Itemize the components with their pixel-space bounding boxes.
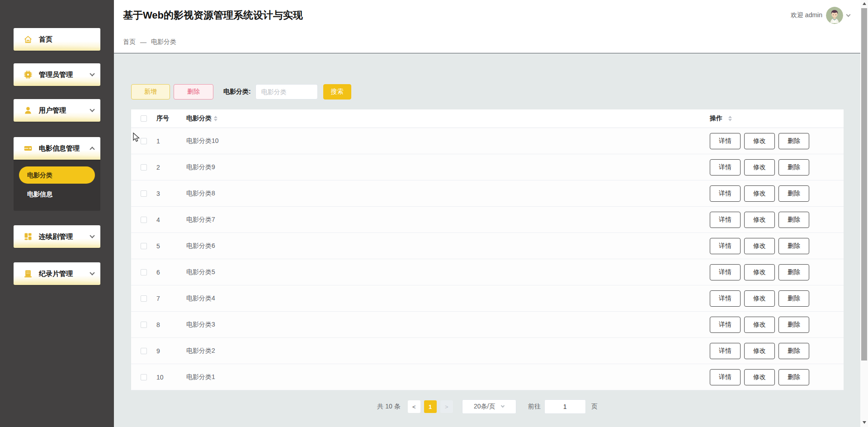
user-menu[interactable]: 欢迎 admin <box>791 7 850 24</box>
movie-icon <box>24 144 33 153</box>
table-row: 10 电影分类1 详情 修改 删除 <box>131 364 844 390</box>
row-checkbox[interactable] <box>141 164 147 171</box>
table: 序号 电影分类 操作 1 电影分类10 详情 修改 删除 2 电影分类9 详情 … <box>131 109 844 390</box>
table-row: 4 电影分类7 详情 修改 删除 <box>131 207 844 233</box>
movie-submenu: 电影分类 电影信息 <box>14 160 100 211</box>
delete-button[interactable]: 删除 <box>778 133 809 149</box>
delete-button[interactable]: 删除 <box>778 185 809 202</box>
submenu-item-movie-category[interactable]: 电影分类 <box>19 166 95 184</box>
delete-button[interactable]: 删除 <box>778 317 809 333</box>
detail-button[interactable]: 详情 <box>710 317 741 333</box>
chevron-down-icon[interactable] <box>846 12 851 17</box>
edit-button[interactable]: 修改 <box>744 290 775 307</box>
detail-button[interactable]: 详情 <box>710 133 741 149</box>
row-checkbox[interactable] <box>141 190 147 197</box>
select-all-checkbox[interactable] <box>141 115 147 122</box>
detail-button[interactable]: 详情 <box>710 238 741 254</box>
row-checkbox[interactable] <box>141 348 147 354</box>
topbar: 基于Web的影视资源管理系统设计与实现 欢迎 admin <box>114 0 868 31</box>
detail-button[interactable]: 详情 <box>710 212 741 228</box>
pagination: 共 10 条 < 1 > 20条/页 前往 页 <box>131 399 844 414</box>
delete-button[interactable]: 删除 <box>778 290 809 307</box>
goto-page-input[interactable] <box>544 399 586 414</box>
row-index: 3 <box>156 190 186 197</box>
add-button[interactable]: 新增 <box>131 84 170 100</box>
row-index: 4 <box>156 216 186 223</box>
sidebar-item-label: 纪录片管理 <box>39 270 90 278</box>
scrollbar-thumb[interactable] <box>861 8 867 361</box>
search-button[interactable]: 搜索 <box>323 84 351 100</box>
row-checkbox[interactable] <box>141 243 147 249</box>
row-checkbox[interactable] <box>141 269 147 275</box>
detail-button[interactable]: 详情 <box>710 369 741 385</box>
page-number-button[interactable]: 1 <box>424 400 437 413</box>
sidebar-item-documentary-management[interactable]: 纪录片管理 <box>14 262 100 285</box>
breadcrumb-home[interactable]: 首页 <box>123 38 136 46</box>
documentary-icon <box>24 269 33 278</box>
sidebar-item-admin-management[interactable]: 管理员管理 <box>14 63 100 86</box>
chevron-down-icon <box>90 233 94 238</box>
next-page-button[interactable]: > <box>440 400 453 413</box>
prev-page-button[interactable]: < <box>408 400 420 413</box>
series-icon <box>24 232 33 241</box>
table-row: 5 电影分类6 详情 修改 删除 <box>131 233 844 259</box>
search-label: 电影分类: <box>223 88 251 96</box>
breadcrumb-separator: — <box>140 38 146 46</box>
search-input[interactable] <box>255 84 318 100</box>
page: 首页 管理员管理 用户管理 电 <box>0 0 868 427</box>
row-checkbox[interactable] <box>141 295 147 302</box>
row-category: 电影分类9 <box>186 163 710 171</box>
sidebar-item-series-management[interactable]: 连续剧管理 <box>14 225 100 248</box>
user-icon <box>24 106 33 115</box>
edit-button[interactable]: 修改 <box>744 238 775 254</box>
row-checkbox[interactable] <box>141 138 147 144</box>
sidebar-item-user-management[interactable]: 用户管理 <box>14 99 100 122</box>
delete-button[interactable]: 删除 <box>778 369 809 385</box>
sidebar-item-movie-info-management[interactable]: 电影信息管理 <box>14 137 100 160</box>
edit-button[interactable]: 修改 <box>744 185 775 202</box>
detail-button[interactable]: 详情 <box>710 343 741 359</box>
delete-button[interactable]: 删除 <box>778 264 809 280</box>
edit-button[interactable]: 修改 <box>744 264 775 280</box>
edit-button[interactable]: 修改 <box>744 212 775 228</box>
page-title: 基于Web的影视资源管理系统设计与实现 <box>123 9 791 22</box>
submenu-item-movie-info[interactable]: 电影信息 <box>19 185 95 203</box>
row-checkbox[interactable] <box>141 374 147 380</box>
sort-icon[interactable] <box>214 116 217 121</box>
table-row: 3 电影分类8 详情 修改 删除 <box>131 180 844 207</box>
delete-button[interactable]: 删除 <box>778 238 809 254</box>
sidebar-item-label: 首页 <box>39 35 94 44</box>
detail-button[interactable]: 详情 <box>710 290 741 307</box>
delete-button[interactable]: 删除 <box>778 343 809 359</box>
sidebar-item-home[interactable]: 首页 <box>14 28 100 51</box>
pagination-total: 共 10 条 <box>377 403 400 411</box>
row-checkbox[interactable] <box>141 217 147 223</box>
detail-button[interactable]: 详情 <box>710 185 741 202</box>
avatar[interactable] <box>826 7 843 24</box>
vertical-scrollbar[interactable] <box>860 0 868 427</box>
welcome-text: 欢迎 admin <box>791 11 822 19</box>
sort-icon[interactable] <box>728 116 732 121</box>
edit-button[interactable]: 修改 <box>744 343 775 359</box>
page-size-select[interactable]: 20条/页 <box>462 399 516 414</box>
row-checkbox[interactable] <box>141 322 147 328</box>
column-header-actions[interactable]: 操作 <box>710 114 844 123</box>
detail-button[interactable]: 详情 <box>710 264 741 280</box>
edit-button[interactable]: 修改 <box>744 159 775 176</box>
edit-button[interactable]: 修改 <box>744 133 775 149</box>
breadcrumb-current: 电影分类 <box>151 38 176 46</box>
edit-button[interactable]: 修改 <box>744 317 775 333</box>
delete-button[interactable]: 删除 <box>778 212 809 228</box>
delete-button[interactable]: 删除 <box>778 159 809 176</box>
edit-button[interactable]: 修改 <box>744 369 775 385</box>
sidebar: 首页 管理员管理 用户管理 电 <box>0 0 114 427</box>
row-category: 电影分类2 <box>186 347 710 355</box>
column-header-category[interactable]: 电影分类 <box>186 114 710 123</box>
scroll-up-arrow-icon[interactable] <box>860 0 868 7</box>
delete-button[interactable]: 删除 <box>174 84 213 100</box>
scroll-down-arrow-icon[interactable] <box>860 419 868 426</box>
admin-icon <box>24 70 33 79</box>
table-row: 6 电影分类5 详情 修改 删除 <box>131 259 844 285</box>
detail-button[interactable]: 详情 <box>710 159 741 176</box>
column-header-index: 序号 <box>156 114 186 123</box>
